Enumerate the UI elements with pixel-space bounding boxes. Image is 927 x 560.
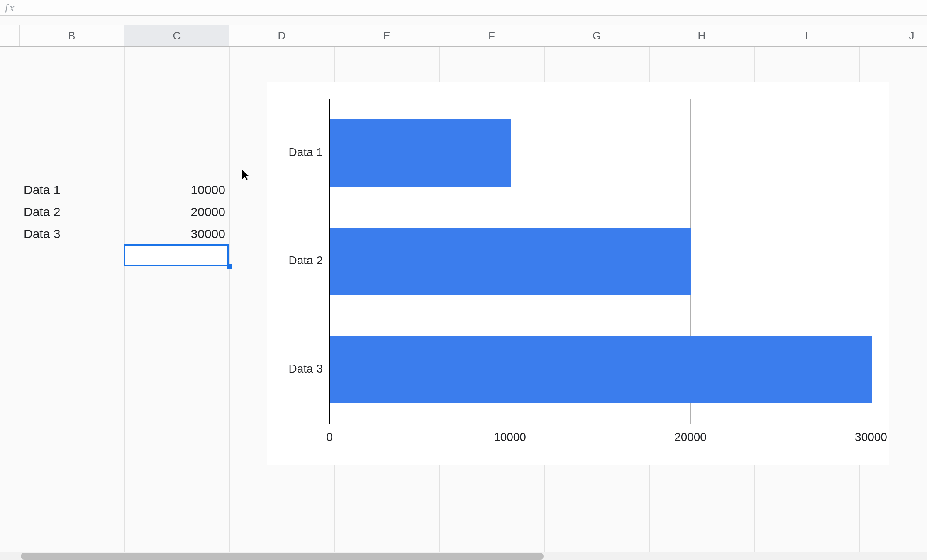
column-header-E[interactable]: E <box>334 25 439 46</box>
active-cell[interactable] <box>124 244 229 266</box>
column-header-B[interactable]: B <box>20 25 124 46</box>
chart-category-label: Data 3 <box>267 362 323 375</box>
gridline-horizontal <box>0 47 927 47</box>
column-header-I[interactable]: I <box>754 25 859 46</box>
column-header-C[interactable]: C <box>124 25 229 46</box>
fx-icon: ƒx <box>4 2 15 14</box>
cell-C8[interactable]: 20000 <box>124 201 229 223</box>
column-header-row: BCDEFGHIJ <box>0 25 927 47</box>
gridline-vertical <box>229 47 230 552</box>
column-header-J[interactable]: J <box>859 25 927 46</box>
chart-category-label: Data 1 <box>267 146 323 159</box>
formula-input[interactable] <box>25 0 927 15</box>
chart-x-tick: 30000 <box>846 431 896 444</box>
cell-C9[interactable]: 30000 <box>124 223 229 245</box>
column-header-H[interactable]: H <box>649 25 754 46</box>
horizontal-scroll-thumb[interactable] <box>21 553 544 560</box>
formula-bar-separator <box>20 0 20 15</box>
formula-bar: ƒx <box>0 0 927 16</box>
column-header-F[interactable]: F <box>439 25 544 46</box>
gridline-horizontal <box>0 69 927 69</box>
chart-x-tick: 0 <box>305 431 354 444</box>
horizontal-scrollbar[interactable] <box>0 552 927 560</box>
gridline-horizontal <box>0 487 927 487</box>
cell-B8[interactable]: Data 2 <box>20 201 124 223</box>
column-header-D[interactable]: D <box>229 25 334 46</box>
chart[interactable]: 0100002000030000Data 1Data 2Data 3 <box>267 82 889 465</box>
column-header-G[interactable]: G <box>544 25 649 46</box>
gridline-horizontal <box>0 531 927 531</box>
fill-handle[interactable] <box>227 264 232 269</box>
chart-bar <box>330 336 872 403</box>
gridline-vertical <box>124 47 125 552</box>
chart-bar <box>330 119 511 187</box>
gridline-horizontal <box>0 509 927 509</box>
chart-x-tick: 10000 <box>485 431 535 444</box>
chart-category-label: Data 2 <box>267 254 323 267</box>
gridline-vertical <box>20 47 20 552</box>
cell-B9[interactable]: Data 3 <box>20 223 124 245</box>
cell-C7[interactable]: 10000 <box>124 179 229 201</box>
chart-bar <box>330 228 691 295</box>
chart-x-tick: 20000 <box>666 431 715 444</box>
column-header-A[interactable] <box>0 25 20 46</box>
cell-B7[interactable]: Data 1 <box>20 179 124 201</box>
